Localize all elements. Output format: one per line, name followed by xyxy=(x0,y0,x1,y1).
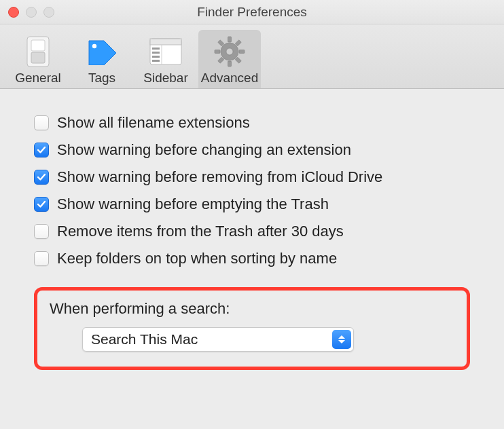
search-scope-select-wrap: Search This Mac xyxy=(82,327,354,352)
svg-rect-20 xyxy=(235,57,241,63)
tab-advanced[interactable]: Advanced xyxy=(198,30,261,88)
checkbox-auto-remove-trash[interactable] xyxy=(34,224,49,239)
svg-rect-8 xyxy=(152,52,160,54)
tab-label: General xyxy=(15,71,61,86)
tab-sidebar[interactable]: Sidebar xyxy=(134,30,197,88)
checkbox-warn-icloud-remove[interactable] xyxy=(34,170,49,185)
svg-rect-1 xyxy=(31,40,45,51)
svg-rect-19 xyxy=(218,40,224,46)
option-label: Show warning before changing an extensio… xyxy=(57,141,351,159)
sidebar-icon xyxy=(149,35,182,68)
option-label: Keep folders on top when sorting by name xyxy=(57,250,337,267)
svg-rect-17 xyxy=(235,40,241,46)
option-row: Show all filename extensions xyxy=(34,109,470,136)
search-scope-select[interactable]: Search This Mac xyxy=(82,327,354,352)
zoom-button[interactable] xyxy=(43,7,54,18)
select-value: Search This Mac xyxy=(91,331,198,348)
option-label: Show all filename extensions xyxy=(57,114,250,132)
tab-label: Advanced xyxy=(201,71,259,86)
svg-rect-18 xyxy=(218,57,224,63)
preferences-content: Show all filename extensions Show warnin… xyxy=(0,89,504,386)
window-title: Finder Preferences xyxy=(197,5,307,20)
option-row: Remove items from the Trash after 30 day… xyxy=(34,218,470,245)
option-label: Show warning before removing from iCloud… xyxy=(57,168,382,186)
svg-rect-10 xyxy=(152,60,160,62)
option-label: Show warning before emptying the Trash xyxy=(57,195,329,213)
tab-tags[interactable]: Tags xyxy=(71,30,133,88)
checkbox-show-extensions[interactable] xyxy=(34,115,49,130)
tab-label: Sidebar xyxy=(143,71,188,86)
svg-rect-2 xyxy=(31,52,45,63)
tab-label: Tags xyxy=(88,71,115,86)
toolbar: General Tags Sidebar xyxy=(0,24,504,89)
svg-rect-14 xyxy=(228,61,232,67)
option-label: Remove items from the Trash after 30 day… xyxy=(57,223,344,240)
svg-rect-15 xyxy=(215,50,220,54)
svg-rect-7 xyxy=(152,48,160,50)
option-row: Keep folders on top when sorting by name xyxy=(34,245,470,272)
minimize-button[interactable] xyxy=(26,7,37,18)
close-button[interactable] xyxy=(8,7,19,18)
checkbox-warn-empty-trash[interactable] xyxy=(34,197,49,212)
svg-rect-9 xyxy=(152,56,160,58)
tab-general[interactable]: General xyxy=(7,30,69,88)
svg-point-12 xyxy=(226,48,233,55)
svg-point-3 xyxy=(92,44,96,48)
titlebar: Finder Preferences xyxy=(0,0,504,24)
svg-rect-13 xyxy=(228,37,232,42)
checkbox-folders-on-top[interactable] xyxy=(34,251,49,266)
option-row: Show warning before changing an extensio… xyxy=(34,136,470,164)
option-row: Show warning before emptying the Trash xyxy=(34,191,470,218)
gear-icon xyxy=(213,35,246,68)
search-section-label: When performing a search: xyxy=(50,300,454,318)
updown-arrows-icon xyxy=(332,330,351,349)
svg-rect-16 xyxy=(239,50,245,54)
search-section-highlight: When performing a search: Search This Ma… xyxy=(34,287,470,370)
svg-rect-5 xyxy=(150,39,181,45)
switch-icon xyxy=(26,35,50,68)
checkbox-warn-extension-change[interactable] xyxy=(34,143,49,157)
tag-icon xyxy=(85,35,119,68)
option-row: Show warning before removing from iCloud… xyxy=(34,164,470,191)
window-controls xyxy=(8,7,54,18)
